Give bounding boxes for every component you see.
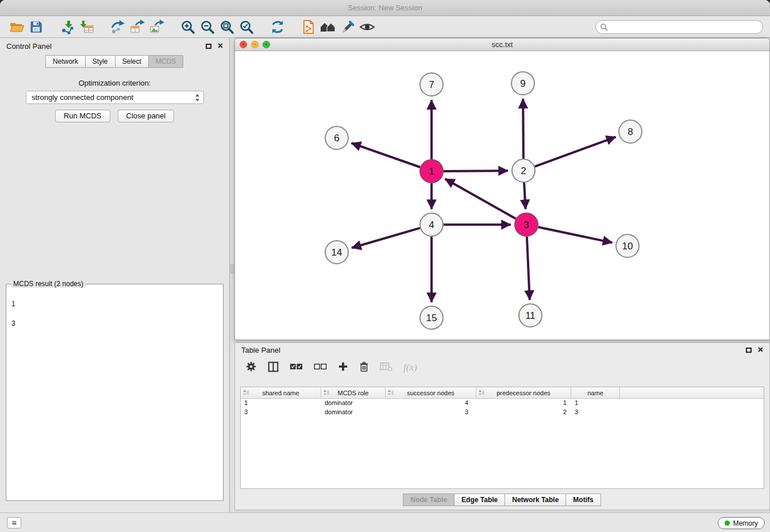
column-header-name[interactable]: name (571, 387, 620, 398)
cell-mcds-role[interactable]: dominator (321, 399, 386, 408)
apply-style-button[interactable] (338, 18, 357, 36)
edge-2-8[interactable] (535, 137, 616, 166)
node-9[interactable]: 9 (511, 72, 534, 95)
tab-style[interactable]: Style (85, 55, 116, 68)
import-table-icon (79, 20, 94, 34)
cell-name[interactable]: 3 (571, 408, 620, 417)
node-1[interactable]: 1 (420, 160, 443, 183)
export-image-icon (149, 20, 164, 34)
cell-predecessor-nodes[interactable]: 2 (476, 408, 571, 417)
tab-edge-table[interactable]: Edge Table (454, 494, 505, 506)
control-panel-header: Control Panel × (0, 38, 229, 54)
node-table: shared name MCDS role successor nodes pr… (240, 387, 764, 489)
zoom-selected-button[interactable] (237, 18, 256, 36)
refresh-button[interactable] (268, 18, 287, 36)
select-all-columns-button[interactable] (290, 363, 303, 373)
panel-splitter[interactable] (230, 38, 234, 512)
run-mcds-button[interactable]: Run MCDS (55, 110, 110, 122)
mcds-result-item: 1 (11, 299, 218, 309)
svg-text:7: 7 (429, 79, 434, 90)
network-window-titlebar[interactable]: × − + scc.txt (235, 38, 769, 51)
show-columns-button[interactable] (268, 361, 279, 375)
cell-shared-name[interactable]: 3 (241, 408, 321, 417)
tab-node-table[interactable]: Node Table (403, 494, 455, 506)
node-6[interactable]: 6 (325, 126, 348, 149)
node-14[interactable]: 14 (325, 241, 348, 264)
column-header-shared-name[interactable]: shared name (241, 387, 321, 398)
search-input[interactable] (595, 20, 763, 34)
open-session-button[interactable] (7, 18, 26, 36)
edge-3-11[interactable] (527, 237, 530, 300)
table-settings-button[interactable] (245, 361, 257, 375)
node-15[interactable]: 15 (420, 306, 443, 329)
node-4[interactable]: 4 (420, 213, 443, 236)
tab-mcds[interactable]: MCDS (148, 55, 183, 68)
menu-button[interactable]: ≡ (7, 517, 21, 529)
table-row[interactable]: 1 dominator 4 1 1 (241, 399, 764, 408)
tab-network[interactable]: Network (45, 55, 86, 68)
import-network-icon (60, 20, 75, 34)
close-panel-button[interactable]: Close panel (118, 110, 175, 122)
optimization-criterion-select[interactable]: strongly connected component (26, 91, 204, 104)
cell-predecessor-nodes[interactable]: 1 (476, 399, 571, 408)
float-panel-icon[interactable] (206, 44, 211, 49)
select-stepper-icon (195, 93, 200, 102)
splitter-handle[interactable] (230, 264, 234, 273)
node-2[interactable]: 2 (512, 159, 535, 182)
minimize-window-icon[interactable]: − (251, 41, 259, 48)
edge-1-6[interactable] (352, 143, 421, 167)
import-table-button[interactable] (77, 18, 97, 36)
edge-3-1[interactable] (445, 179, 516, 218)
edge-3-10[interactable] (538, 227, 613, 242)
save-session-button[interactable] (26, 18, 46, 36)
column-header-predecessor-nodes[interactable]: predecessor nodes (476, 387, 571, 398)
import-network-button[interactable] (57, 18, 77, 36)
node-10[interactable]: 10 (616, 234, 639, 257)
node-7[interactable]: 7 (420, 73, 443, 96)
column-header-successor-nodes[interactable]: successor nodes (386, 387, 476, 398)
zoom-in-button[interactable] (178, 18, 198, 36)
table-panel: Table Panel × (234, 342, 770, 510)
memory-button[interactable]: Memory (718, 517, 765, 529)
column-header-mcds-role[interactable]: MCDS role (321, 387, 386, 398)
cell-name[interactable]: 1 (571, 399, 620, 408)
edge-2-9[interactable] (523, 99, 523, 159)
network-canvas[interactable]: 7968124314101511 (235, 51, 769, 340)
first-neighbors-button[interactable] (318, 18, 338, 36)
cell-successor-nodes[interactable]: 3 (386, 408, 476, 417)
zoom-fit-button[interactable] (217, 18, 237, 36)
export-image-button[interactable] (147, 18, 167, 36)
cell-mcds-role[interactable]: dominator (321, 408, 386, 417)
create-column-button[interactable] (338, 361, 348, 374)
tab-motifs[interactable]: Motifs (565, 494, 600, 506)
float-table-panel-icon[interactable] (746, 348, 752, 353)
table-row[interactable]: 3 dominator 3 2 3 (241, 408, 764, 417)
maximize-window-icon[interactable]: + (263, 41, 270, 48)
node-8[interactable]: 8 (619, 120, 642, 143)
edge-2-3[interactable] (524, 183, 526, 209)
tab-select[interactable]: Select (115, 55, 149, 68)
show-hide-button[interactable] (357, 18, 377, 36)
zoom-in-icon (180, 20, 195, 34)
delete-column-button[interactable] (359, 361, 369, 375)
close-window-icon[interactable]: × (240, 41, 247, 48)
column-type-icon (324, 390, 330, 395)
close-table-panel-icon[interactable]: × (758, 346, 763, 353)
export-table-button[interactable] (128, 18, 147, 36)
edge-1-2[interactable] (444, 171, 508, 171)
export-network-button[interactable] (108, 18, 128, 36)
cell-successor-nodes[interactable]: 4 (386, 399, 476, 408)
cell-shared-name[interactable]: 1 (241, 399, 321, 408)
app-titlebar: Session: New Session (0, 0, 770, 16)
unselect-all-columns-button[interactable] (314, 363, 327, 373)
close-panel-icon[interactable]: × (218, 43, 223, 49)
node-3[interactable]: 3 (515, 213, 538, 236)
edge-4-14[interactable] (352, 228, 420, 248)
tab-network-table[interactable]: Network Table (505, 494, 566, 506)
mcds-result-list[interactable]: 1 3 (6, 284, 223, 344)
workspace-area: × − + scc.txt 7968124314101511 Table Pan… (230, 38, 770, 512)
network-file-button[interactable] (299, 18, 318, 36)
save-icon (29, 20, 43, 34)
node-11[interactable]: 11 (519, 304, 542, 327)
zoom-out-button[interactable] (198, 18, 217, 36)
